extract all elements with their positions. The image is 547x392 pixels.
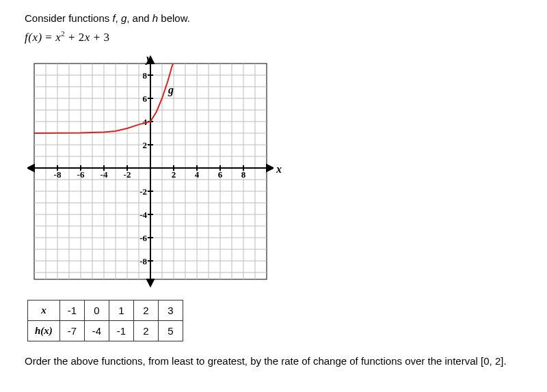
h-table: x -1 0 1 2 3 h(x) -7 -4 -1 2 5 (27, 300, 183, 341)
prompt-c2: , and (126, 12, 152, 24)
table-row: x -1 0 1 2 3 (28, 300, 183, 320)
x-val-4: 3 (158, 300, 183, 320)
prompt-outro: below. (158, 12, 190, 24)
question-text: Order the above functions, from least to… (25, 355, 522, 367)
svg-text:6: 6 (143, 94, 148, 104)
svg-text:6: 6 (218, 169, 223, 180)
table-row: h(x) -7 -4 -1 2 5 (28, 320, 183, 341)
h-val-3: 2 (133, 320, 158, 341)
prompt-intro: Consider functions (25, 12, 112, 24)
f-t2v: x (85, 31, 90, 44)
h-val-4: 5 (158, 320, 183, 341)
svg-text:-2: -2 (139, 186, 147, 197)
svg-text:4: 4 (195, 169, 200, 180)
x-val-2: 1 (109, 300, 133, 320)
row-header-x: x (28, 300, 60, 320)
svg-text:-8: -8 (139, 256, 147, 266)
svg-text:-6: -6 (77, 169, 85, 180)
x-val-1: 0 (84, 300, 109, 320)
h-val-0: -7 (59, 320, 84, 341)
svg-text:-4: -4 (101, 169, 108, 180)
graph-svg: -8-6 -4-2 24 68 86 42 -2-4 -6-8 g (27, 55, 274, 288)
x-val-3: 2 (133, 300, 158, 320)
x-axis-label: x (276, 163, 282, 176)
f-plus2: + 3 (90, 31, 110, 44)
svg-text:-4: -4 (139, 210, 147, 220)
svg-text:-6: -6 (139, 233, 147, 243)
h-val-2: -1 (109, 320, 133, 341)
curve-label: g (168, 84, 174, 96)
prompt-text: Consider functions f, g, and h below. (25, 12, 522, 24)
graph-area: y x (27, 55, 522, 288)
x-val-0: -1 (59, 300, 84, 320)
svg-text:-2: -2 (124, 169, 131, 180)
h-val-1: -4 (84, 320, 109, 341)
f-arg: (x) (28, 31, 42, 44)
svg-text:2: 2 (143, 140, 148, 150)
svg-marker-39 (147, 279, 154, 286)
fn-h: h (152, 12, 158, 24)
svg-text:8: 8 (143, 70, 148, 81)
y-axis-label: y (146, 53, 151, 65)
fn-g: g (121, 12, 126, 24)
prompt-c1: , (116, 12, 121, 24)
formula-f: f(x) = x2 + 2x + 3 (25, 29, 522, 44)
svg-text:2: 2 (172, 169, 176, 180)
f-plus1: + 2 (65, 31, 85, 44)
f-eq: = (42, 31, 56, 44)
svg-marker-41 (27, 165, 34, 171)
svg-text:-8: -8 (54, 169, 62, 180)
row-header-h: h(x) (28, 320, 60, 341)
svg-text:8: 8 (241, 169, 246, 180)
svg-marker-40 (267, 165, 274, 171)
